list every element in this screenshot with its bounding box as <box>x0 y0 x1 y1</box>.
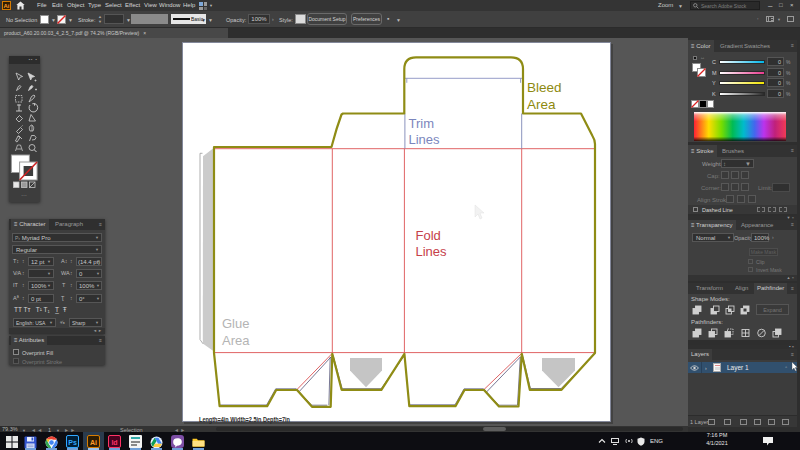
svg-text:…: … <box>21 191 27 197</box>
svg-text:Trim: Trim <box>409 116 435 131</box>
svg-text:Length=4in Width=2.5in Depth=7: Length=4in Width=2.5in Depth=7in <box>199 416 290 424</box>
svg-text:Area: Area <box>527 97 556 112</box>
svg-text:Glue: Glue <box>222 316 249 331</box>
svg-text:Lines: Lines <box>416 244 448 259</box>
svg-text:Lines: Lines <box>409 132 441 147</box>
svg-text:Fold: Fold <box>416 228 441 243</box>
svg-text:Area: Area <box>222 333 250 348</box>
svg-text:Bleed: Bleed <box>527 80 562 95</box>
